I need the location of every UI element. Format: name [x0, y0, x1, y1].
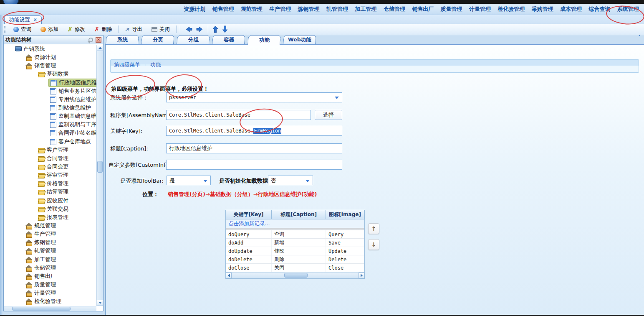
- scroll-right-icon[interactable]: [359, 273, 364, 278]
- tree-item-27[interactable]: 仓储管理: [4, 264, 96, 272]
- menu-item-3[interactable]: 规范管理: [241, 5, 263, 13]
- content-tab-1[interactable]: 系统: [106, 35, 139, 44]
- table-horizontal-scrollbar[interactable]: [226, 272, 364, 278]
- toolbar-button-6[interactable]: 关闭: [148, 25, 174, 34]
- tree-item-30[interactable]: 计量管理: [4, 289, 96, 297]
- table-row[interactable]: doQuery查询Query: [226, 230, 364, 239]
- tree-item-3[interactable]: 销售管理: [4, 61, 96, 70]
- toolbar-button-5[interactable]: ➔导出: [121, 25, 146, 34]
- tree-item-6[interactable]: 销售业务片区信息: [4, 87, 96, 95]
- content-tab-6[interactable]: Web功能: [283, 35, 316, 44]
- menu-item-2[interactable]: 销售管理: [212, 5, 234, 13]
- tree-item-18[interactable]: 结算管理: [4, 188, 96, 196]
- toolbar-flag-select[interactable]: 是: [167, 176, 211, 185]
- tree-item-21[interactable]: 报表管理: [4, 213, 96, 222]
- arrow-down-icon[interactable]: [222, 25, 228, 33]
- tree-horizontal-scrollbar[interactable]: [4, 306, 96, 311]
- tree-item-22[interactable]: 规范管理: [4, 222, 96, 230]
- menu-item-14[interactable]: 成本管理: [560, 5, 582, 13]
- tree-item-9[interactable]: 监制基础信息维护: [4, 112, 96, 120]
- menu-item-7[interactable]: 加工管理: [355, 5, 376, 13]
- caption-label: 标题[Caption]:: [110, 145, 148, 153]
- toolbar-button-2[interactable]: 添加: [37, 25, 62, 34]
- assembly-input[interactable]: Core.StlMes.Client.SaleBase: [166, 110, 311, 120]
- tree-item-19[interactable]: 应收应付: [4, 196, 96, 205]
- menu-item-12[interactable]: 检化验管理: [498, 5, 525, 13]
- content-tab-3[interactable]: 分组: [177, 35, 210, 44]
- tree-item-label: 加工管理: [34, 256, 56, 263]
- menu-item-16[interactable]: 系统管理: [617, 5, 639, 13]
- custom-info-input[interactable]: [166, 160, 342, 170]
- add-record-row[interactable]: 点击添加新记录...: [226, 219, 364, 228]
- arrow-up-icon[interactable]: [212, 25, 219, 33]
- tree-item-13[interactable]: 客户管理: [4, 146, 96, 154]
- tree-item-31[interactable]: 检化验管理: [4, 297, 96, 306]
- initload-select[interactable]: 否: [268, 176, 313, 185]
- content-tab-4[interactable]: 容器: [212, 35, 245, 44]
- scrollbar-thumb[interactable]: [284, 273, 308, 278]
- toolbar-button-3[interactable]: ✗修改: [64, 25, 89, 34]
- tree-item-11[interactable]: 合同评审签名维护: [4, 129, 96, 137]
- table-row[interactable]: doAdd新增Save: [226, 239, 364, 247]
- tree-item-12[interactable]: 客户仓库地点: [4, 138, 96, 146]
- menu-item-15[interactable]: 综合查询: [588, 5, 610, 13]
- pin-icon[interactable]: [88, 38, 93, 42]
- move-down-button[interactable]: ↓: [368, 239, 379, 250]
- tree-item-23[interactable]: 生产管理: [4, 230, 96, 238]
- tree-item-24[interactable]: 炼钢管理: [4, 238, 96, 247]
- tree-item-4[interactable]: 基础数据: [4, 70, 96, 78]
- tree-item-17[interactable]: 价格管理: [4, 179, 96, 188]
- menu-item-5[interactable]: 炼钢管理: [298, 5, 320, 13]
- toolbar-button-1[interactable]: 查询: [10, 25, 35, 34]
- service-select[interactable]: pssserver: [166, 92, 342, 102]
- tab-function-settings[interactable]: 功能设置 ✕: [4, 15, 42, 24]
- tree-item-8[interactable]: 到站信息维护: [4, 104, 96, 112]
- tree-item-15[interactable]: 合同变更: [4, 163, 96, 171]
- menu-item-1[interactable]: 资源计划: [184, 5, 205, 13]
- scroll-down-icon[interactable]: [97, 300, 103, 306]
- tree-item-16[interactable]: 评审管理: [4, 171, 96, 179]
- menu-item-4[interactable]: 生产管理: [269, 5, 291, 13]
- arrow-left-icon[interactable]: [184, 26, 193, 33]
- key-input[interactable]: Core.StlMes.Client.SaleBase.FrmRegion: [166, 126, 342, 136]
- menu-item-10[interactable]: 质量管理: [441, 5, 462, 13]
- move-up-button[interactable]: ↑: [368, 223, 379, 234]
- scroll-left-icon[interactable]: [226, 273, 232, 278]
- table-column-header-1[interactable]: 关键字[Key]: [226, 210, 272, 219]
- panel-close-icon[interactable]: ✕: [96, 37, 101, 43]
- toolbar-button-4[interactable]: ✗删除: [91, 25, 116, 34]
- key-label: 关键字[Key]:: [110, 127, 142, 135]
- tree-item-29[interactable]: 质量管理: [4, 280, 96, 289]
- menu-item-6[interactable]: 轧管管理: [326, 5, 348, 13]
- scroll-up-icon[interactable]: [97, 45, 103, 51]
- scrollbar-thumb[interactable]: [12, 307, 71, 311]
- table-row[interactable]: doDelete删除Delete: [226, 255, 364, 264]
- tree-item-28[interactable]: 销售出厂: [4, 272, 96, 280]
- close-icon[interactable]: ✕: [33, 17, 37, 23]
- arrow-right-icon[interactable]: [196, 26, 204, 33]
- caption-input[interactable]: 行政地区信息维护: [166, 143, 342, 153]
- tree-item-26[interactable]: 加工管理: [4, 255, 96, 264]
- tree-item-label: 炼钢管理: [34, 239, 56, 246]
- tree-vertical-scrollbar[interactable]: [96, 45, 103, 306]
- table-row[interactable]: doClose关闭Close: [226, 264, 364, 272]
- menu-item-13[interactable]: 采购管理: [532, 5, 553, 13]
- tree-item-5[interactable]: 行政地区信息维护: [4, 79, 96, 87]
- table-column-header-3[interactable]: 图标[Image]: [326, 210, 364, 219]
- assembly-browse-button[interactable]: 选择: [315, 110, 342, 120]
- menu-item-8[interactable]: 仓储管理: [384, 5, 405, 13]
- menu-item-11[interactable]: 计量管理: [469, 5, 491, 13]
- content-tab-5[interactable]: 功能: [247, 35, 281, 45]
- tree-item-14[interactable]: 合同管理: [4, 154, 96, 163]
- scrollbar-thumb[interactable]: [97, 161, 103, 173]
- tree-item-7[interactable]: 专用线信息维护: [4, 95, 96, 104]
- tree-item-2[interactable]: 资源计划: [4, 53, 96, 61]
- tree-item-20[interactable]: 关联交易: [4, 205, 96, 213]
- table-column-header-2[interactable]: 标题[Caption]: [272, 210, 326, 219]
- tree-item-10[interactable]: 监制说明与工序点: [4, 120, 96, 129]
- menu-item-9[interactable]: 销售出厂: [412, 5, 434, 13]
- tree-item-1[interactable]: 产销系统: [4, 45, 96, 53]
- content-tab-2[interactable]: 分页: [141, 35, 174, 44]
- tree-item-25[interactable]: 轧管管理: [4, 247, 96, 255]
- table-row[interactable]: doUpdate修改Update: [226, 247, 364, 255]
